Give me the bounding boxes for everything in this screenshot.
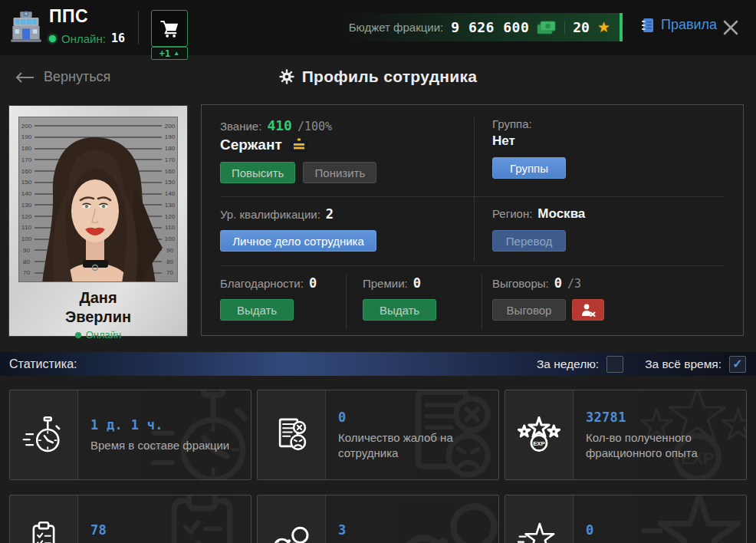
gear-icon <box>279 69 294 84</box>
region-label: Регион: <box>492 207 532 220</box>
epaulette-icon <box>289 137 309 153</box>
give-bonus-button[interactable]: Выдать <box>363 299 436 321</box>
stat-label: Количество жалоб на сотрудника <box>338 430 486 460</box>
rank-section: Звание: 410 /100% Сержант Повысить Пониз… <box>220 117 376 183</box>
give-thanks-button[interactable]: Выдать <box>220 299 294 321</box>
group-value: Нет <box>492 133 566 149</box>
online-label: Онлайн: <box>61 32 106 45</box>
budget-value: 9 626 600 <box>451 19 529 35</box>
divider <box>346 274 347 329</box>
rules-button[interactable]: Правила <box>641 17 717 33</box>
promote-button[interactable]: Повысить <box>220 162 295 183</box>
close-icon[interactable] <box>721 18 740 37</box>
clipboard-icon <box>22 518 65 543</box>
week-checkbox[interactable] <box>606 356 623 373</box>
reprimand-label: Выговоры: <box>492 277 549 290</box>
divider <box>482 274 482 329</box>
bonus-value: 0 <box>413 275 421 291</box>
cart-badge-count: +1 <box>159 49 170 58</box>
topbar-divider <box>138 11 139 44</box>
budget-separator <box>564 21 565 35</box>
transfer-button[interactable]: Перевод <box>492 230 566 252</box>
employee-online-status: Онлайн <box>9 329 187 341</box>
cart-new-items-badge[interactable]: +1 ▲ <box>151 47 188 60</box>
qualification-value: 2 <box>326 206 334 222</box>
shop-cart-button[interactable] <box>151 10 188 47</box>
employee-status-label: Онлайн <box>86 329 122 341</box>
remove-person-icon <box>580 303 596 317</box>
stopwatch-icon <box>22 413 65 456</box>
online-dot-icon <box>75 332 81 338</box>
divider <box>220 196 725 197</box>
faction-name: ППС <box>49 6 88 27</box>
region-value: Москва <box>537 206 585 222</box>
employee-profile-card: Звание: 410 /100% Сержант Повысить Пониз… <box>201 104 744 336</box>
employee-photo-card: 2002001901901801801701701601601501501401… <box>9 106 187 336</box>
police-station-icon <box>9 10 43 44</box>
stat-card-complaints: 0 Количество жалоб на сотрудника <box>257 390 499 480</box>
employee-name: Даня Эверлин Онлайн <box>9 288 187 341</box>
alltime-check-mark: ✓ <box>732 357 742 371</box>
rank-progress: /100% <box>297 120 332 133</box>
premium-points-value: 20 <box>573 19 590 35</box>
rank-name: Сержант <box>220 137 282 153</box>
thanks-section: Благодарности: 0 Выдать <box>220 275 317 321</box>
thanks-value: 0 <box>309 275 317 291</box>
statistics-grid: 1 д. 1 ч. Время в составе фракции 0 Коли… <box>9 390 747 543</box>
groups-button[interactable]: Группы <box>492 157 566 179</box>
stat-label: Кол-во полученного фракционного опыта <box>586 430 734 460</box>
exp-stars-icon <box>518 413 560 456</box>
alltime-checkbox[interactable]: ✓ <box>729 356 746 373</box>
faction-budget: Бюджет фракции: 9 626 600 20 ★ <box>341 13 623 41</box>
region-section: Регион: Москва Перевод <box>492 206 585 252</box>
alltime-filter-label: За всё время: <box>645 357 721 371</box>
rules-label: Правила <box>661 17 717 33</box>
rank-label: Звание: <box>220 120 261 133</box>
budget-label: Бюджет фракции: <box>349 21 444 34</box>
stat-card-faction-time: 1 д. 1 ч. Время в составе фракции <box>9 390 251 480</box>
rank-points: 410 <box>267 117 292 133</box>
online-dot-icon <box>49 35 56 42</box>
statistics-bar: Статистика: За неделю: За всё время: ✓ <box>0 352 756 376</box>
rules-notebook-icon <box>641 18 655 33</box>
stat-value: 0 <box>586 522 676 538</box>
employee-last-name: Эверлин <box>9 308 187 327</box>
page-title: Профиль сотрудника <box>0 67 756 86</box>
bonus-section: Премии: 0 Выдать <box>363 275 436 321</box>
arrow-up-icon: ▲ <box>173 51 179 57</box>
demote-button[interactable]: Понизить <box>303 162 376 183</box>
qualification-section: Ур. квалификации: 2 Личное дело сотрудни… <box>220 206 376 252</box>
group-label: Группа: <box>492 117 566 130</box>
stat-card-count-2: 3 Количество <box>257 495 499 543</box>
online-status: Онлайн: 16 <box>49 31 125 45</box>
stat-label: Время в составе фракции <box>90 438 229 453</box>
back-label: Вернуться <box>44 69 110 85</box>
online-count: 16 <box>111 31 125 45</box>
reprimand-value: 0 <box>554 275 562 291</box>
qualification-label: Ур. квалификации: <box>220 208 320 221</box>
stat-value: 32781 <box>586 410 734 425</box>
fire-employee-button[interactable] <box>572 299 604 321</box>
reprimand-button[interactable]: Выговор <box>492 299 566 321</box>
divider <box>474 117 475 262</box>
arrow-left-icon <box>14 71 35 84</box>
statistics-filters: За неделю: За всё время: ✓ <box>537 356 756 373</box>
reprimand-section: Выговоры: 0 /3 Выговор <box>492 275 604 321</box>
stat-value: 78 <box>90 522 153 538</box>
group-section: Группа: Нет Группы <box>492 117 566 179</box>
week-filter-label: За неделю: <box>537 357 599 371</box>
stat-value: 0 <box>338 410 486 425</box>
stat-card-count-1: 78 Количество <box>9 495 251 543</box>
stat-value: 3 <box>338 522 400 538</box>
handcuffs-icon <box>270 518 313 543</box>
personal-file-button[interactable]: Личное дело сотрудника <box>220 230 376 252</box>
cart-icon <box>159 18 180 39</box>
star-currency-icon: ★ <box>597 20 610 35</box>
back-button[interactable]: Вернуться <box>14 69 110 85</box>
statistics-title: Статистика: <box>9 357 77 371</box>
stat-card-exp: 32781 Кол-во полученного фракционного оп… <box>505 390 747 480</box>
stat-value: 1 д. 1 ч. <box>90 417 229 433</box>
reprimand-max: /3 <box>567 277 581 291</box>
divider <box>220 265 725 266</box>
employee-portrait <box>19 117 178 282</box>
